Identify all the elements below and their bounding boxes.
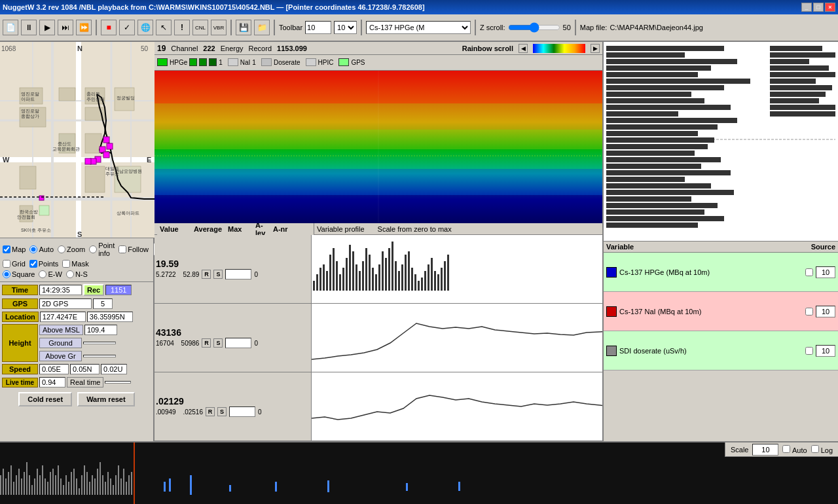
svg-rect-179 bbox=[73, 469, 75, 495]
rainbow-left-button[interactable]: ◀ bbox=[519, 44, 528, 53]
svg-rect-192 bbox=[107, 472, 109, 495]
mask-checkbox[interactable] bbox=[62, 260, 70, 268]
z-scroll-slider[interactable] bbox=[508, 21, 560, 34]
var1-scale[interactable] bbox=[816, 266, 835, 278]
stop-button[interactable]: ■ bbox=[101, 20, 117, 35]
square-radio-label[interactable]: Square bbox=[3, 270, 35, 278]
pv3-input[interactable] bbox=[229, 406, 255, 417]
new-button[interactable]: 📄 bbox=[3, 20, 18, 35]
ew-radio[interactable] bbox=[39, 270, 46, 278]
globe-button[interactable]: 🌐 bbox=[137, 20, 153, 35]
svg-rect-108 bbox=[312, 304, 602, 372]
warm-reset-button[interactable]: Warm reset bbox=[77, 392, 135, 406]
svg-rect-24 bbox=[107, 143, 113, 149]
save-button[interactable]: 💾 bbox=[236, 20, 251, 35]
maximize-button[interactable]: □ bbox=[813, 3, 824, 12]
map-area[interactable]: N S W E 1068 50 영진로알 아파트 영진로알 종합상가 중산도 교… bbox=[0, 42, 155, 238]
window-controls[interactable]: _ □ × bbox=[801, 3, 835, 12]
minimize-button[interactable]: _ bbox=[801, 3, 812, 12]
histogram-area bbox=[604, 42, 838, 242]
svg-rect-188 bbox=[97, 469, 98, 495]
pv3-r-btn[interactable]: R bbox=[206, 407, 215, 416]
map-checkbox[interactable] bbox=[3, 245, 10, 253]
ns-radio[interactable] bbox=[66, 270, 74, 278]
alert-button[interactable]: ! bbox=[174, 20, 190, 35]
var3-scale[interactable] bbox=[816, 345, 835, 357]
pv2-input[interactable] bbox=[225, 338, 251, 348]
svg-rect-110 bbox=[606, 46, 724, 51]
fast-forward-button[interactable]: ⏩ bbox=[76, 20, 92, 35]
var3-checkbox[interactable] bbox=[805, 347, 813, 355]
pointinfo-radio-label[interactable]: Point info bbox=[89, 242, 115, 257]
square-radio[interactable] bbox=[3, 270, 10, 278]
mask-checkbox-label[interactable]: Mask bbox=[62, 260, 88, 268]
separator-1 bbox=[96, 20, 97, 35]
gps-count: 5 bbox=[93, 298, 113, 309]
ew-radio-label[interactable]: E-W bbox=[39, 270, 62, 278]
svg-rect-145 bbox=[770, 92, 826, 97]
toolbar-input[interactable] bbox=[305, 21, 331, 34]
svg-rect-208 bbox=[406, 483, 408, 491]
pv2-r-btn[interactable]: R bbox=[202, 338, 211, 348]
svg-rect-148 bbox=[770, 111, 835, 117]
auto-checkbox[interactable] bbox=[782, 445, 790, 453]
realtime-value bbox=[105, 381, 131, 384]
main-content: N S W E 1068 50 영진로알 아파트 영진로알 종합상가 중산도 교… bbox=[0, 42, 838, 504]
svg-text:한국소방: 한국소방 bbox=[20, 209, 38, 215]
zoom-radio[interactable] bbox=[58, 245, 65, 253]
profile-values-3: .02129 .00949 .02516 R S 0 bbox=[155, 372, 312, 441]
scale-input[interactable] bbox=[752, 444, 778, 456]
svg-rect-187 bbox=[94, 478, 96, 495]
pv1-input[interactable] bbox=[225, 269, 251, 279]
rainbow-right-button[interactable]: ▶ bbox=[591, 44, 600, 53]
pause-button[interactable]: ⏸ bbox=[21, 20, 37, 35]
map-checkbox-label[interactable]: Map bbox=[3, 245, 26, 253]
play-button[interactable]: ▶ bbox=[39, 20, 55, 35]
auto-radio-label[interactable]: Auto bbox=[29, 245, 54, 253]
check-button[interactable]: ✓ bbox=[119, 20, 135, 35]
auto-check-label[interactable]: Auto bbox=[782, 445, 807, 454]
svg-rect-199 bbox=[126, 482, 127, 495]
folder-button[interactable]: 📁 bbox=[254, 20, 270, 35]
toolbar-select[interactable]: 10 bbox=[334, 21, 357, 34]
svg-rect-183 bbox=[84, 465, 85, 495]
record-label: Record bbox=[249, 45, 272, 52]
pv1-s-btn[interactable]: S bbox=[213, 270, 223, 279]
grid-checkbox[interactable] bbox=[3, 260, 10, 268]
grid-checkbox-label[interactable]: Grid bbox=[3, 260, 26, 268]
points-checkbox-label[interactable]: Points bbox=[29, 260, 59, 268]
detector-select[interactable]: Cs-137 HPGe (M bbox=[366, 21, 471, 34]
points-checkbox[interactable] bbox=[29, 260, 37, 268]
svg-text:정궁빌딩: 정궁빌딩 bbox=[117, 96, 135, 101]
follow-checkbox-label[interactable]: Follow bbox=[118, 245, 149, 253]
pv2-s-btn[interactable]: S bbox=[213, 338, 223, 348]
ns-radio-label[interactable]: N-S bbox=[66, 270, 88, 278]
log-checkbox[interactable] bbox=[811, 445, 819, 453]
pv2-max: 50986 bbox=[181, 340, 200, 347]
svg-rect-105 bbox=[441, 268, 443, 291]
zoom-radio-label[interactable]: Zoom bbox=[58, 245, 85, 253]
svg-text:주민센터: 주민센터 bbox=[86, 97, 105, 101]
pointinfo-radio[interactable] bbox=[89, 245, 97, 253]
follow-checkbox[interactable] bbox=[118, 245, 126, 253]
var2-scale[interactable] bbox=[816, 306, 835, 317]
next-button[interactable]: ⏭ bbox=[58, 20, 73, 35]
rec-button[interactable]: Rec bbox=[83, 284, 104, 296]
cold-reset-button[interactable]: Cold reset bbox=[18, 392, 72, 406]
svg-rect-76 bbox=[346, 258, 348, 291]
auto-radio[interactable] bbox=[29, 245, 37, 253]
svg-rect-197 bbox=[120, 478, 122, 495]
gps-type: 2D GPS bbox=[39, 298, 92, 309]
pv3-s-btn[interactable]: S bbox=[217, 407, 227, 416]
svg-rect-182 bbox=[81, 475, 82, 495]
cnl-button[interactable]: CNL bbox=[192, 20, 208, 35]
pv1-r-btn[interactable]: R bbox=[202, 270, 211, 279]
var1-checkbox[interactable] bbox=[805, 268, 813, 276]
profile-chart-3 bbox=[312, 372, 602, 441]
log-check-label[interactable]: Log bbox=[811, 445, 833, 454]
pv3-max: .02516 bbox=[183, 408, 203, 416]
vbr-button[interactable]: VBR bbox=[211, 20, 227, 35]
cursor-button[interactable]: ↖ bbox=[156, 20, 172, 35]
var2-checkbox[interactable] bbox=[805, 308, 813, 315]
close-button[interactable]: × bbox=[825, 3, 835, 12]
